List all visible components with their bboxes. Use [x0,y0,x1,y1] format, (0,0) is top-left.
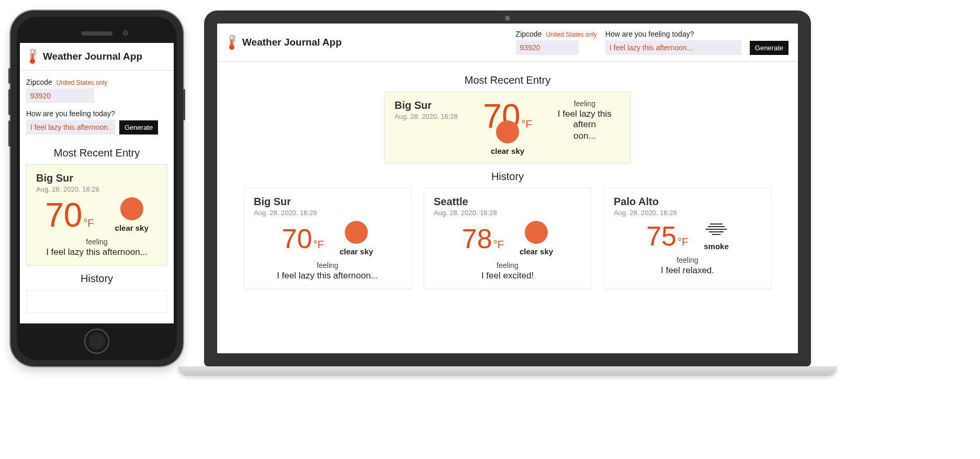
recent-timestamp: Aug. 28. 2020. 16:28 [36,185,157,193]
entry-form: Zipcode United States only How are you f… [516,30,788,55]
phone-speaker [81,31,112,36]
generate-button[interactable]: Generate [750,41,788,55]
app-header: Weather Journal App [20,43,174,71]
recent-city: Big Sur [36,172,157,184]
history-timestamp: Aug. 28. 2020. 16:28 [254,209,401,217]
laptop-base [178,366,837,376]
zipcode-hint: United States only [546,31,596,38]
history-temperature: 75 °F [646,222,688,250]
feeling-label: feeling [434,261,581,270]
app-header: Weather Journal App Zipcode United State… [217,24,798,62]
phone-camera-icon [123,30,128,36]
laptop-camera-icon [505,16,510,21]
history-condition: clear sky [520,247,553,256]
history-card: Seattle Aug. 28. 2020. 16:28 78 °F clear… [424,188,591,289]
smoke-icon [705,221,728,239]
svg-rect-9 [231,39,233,47]
feeling-label: feeling [254,261,401,270]
history-temperature: 70 °F [282,225,324,252]
feelings-input[interactable] [26,120,115,135]
recent-feeling-text: I feel lazy this afternoon... [36,247,157,258]
history-condition: smoke [704,242,729,251]
zipcode-input[interactable] [516,40,579,55]
feelings-input[interactable] [605,40,741,55]
history-timestamp: Aug. 28. 2020. 16:28 [614,209,761,217]
recent-feeling-text-line2: oon... [549,131,621,141]
thermometer-icon [227,34,237,51]
history-feeling-text: I feel relaxed. [614,265,761,276]
recent-section-title: Most Recent Entry [217,74,798,86]
svg-rect-2 [32,53,33,61]
history-section-title: History [217,171,798,183]
recent-condition: clear sky [115,223,149,232]
recent-temperature: 70 °F [45,198,94,232]
history-grid: Big Sur Aug. 28. 2020. 16:28 70 °F clear… [217,188,798,289]
feeling-label: feeling [614,256,761,264]
entry-form: Zipcode United States only How are you f… [20,71,174,140]
laptop-screen: Weather Journal App Zipcode United State… [217,24,798,353]
app-title: Weather Journal App [242,37,342,48]
recent-section-title: Most Recent Entry [20,147,174,159]
history-feeling-text: I feel excited! [434,271,581,281]
sun-icon [496,120,519,143]
history-city: Big Sur [254,196,401,208]
history-timestamp: Aug. 28. 2020. 16:28 [434,209,581,217]
phone-screen: Weather Journal App Zipcode United State… [20,43,174,323]
feelings-label: How are you feeling today? [26,109,115,118]
zipcode-hint: United States only [57,79,107,86]
feelings-label: How are you feeling today? [605,30,694,38]
history-city: Seattle [434,196,581,208]
history-feeling-text: I feel lazy this afternoon... [254,271,401,281]
recent-entry-card: Big Sur Aug. 28. 2020. 16:28 70 °F clear… [26,164,167,265]
history-card: Big Sur Aug. 28. 2020. 16:28 70 °F clear… [244,188,411,289]
thermometer-icon [27,48,38,65]
app-title: Weather Journal App [43,51,142,62]
recent-entry-card: Big Sur Aug. 28. 2020. 16:28 70 °F feeli… [385,92,630,163]
zipcode-input[interactable] [26,88,94,103]
history-section-title: History [20,273,174,285]
laptop-mockup: Weather Journal App Zipcode United State… [204,10,811,376]
zipcode-label: Zipcode [516,30,542,38]
feeling-label: feeling [549,99,621,108]
sun-icon [525,221,548,244]
history-card: Palo Alto Aug. 28. 2020. 16:28 75 °F [604,188,771,289]
recent-timestamp: Aug. 28. 2020. 16:28 [395,113,466,120]
sun-icon [345,221,368,244]
sun-icon [120,197,143,220]
phone-mockup: Weather Journal App Zipcode United State… [10,10,183,366]
generate-button[interactable]: Generate [119,120,158,135]
recent-city: Big Sur [395,99,466,111]
history-condition: clear sky [340,247,373,256]
feeling-label: feeling [36,238,157,246]
history-temperature: 78 °F [462,225,504,252]
recent-condition: clear sky [491,147,524,155]
zipcode-label: Zipcode [26,78,52,86]
history-city: Palo Alto [614,196,761,208]
recent-feeling-text-line1: I feel lazy this aftern [549,109,621,130]
phone-home-button[interactable] [84,329,109,354]
history-card-peek: Big Sur [26,290,167,312]
